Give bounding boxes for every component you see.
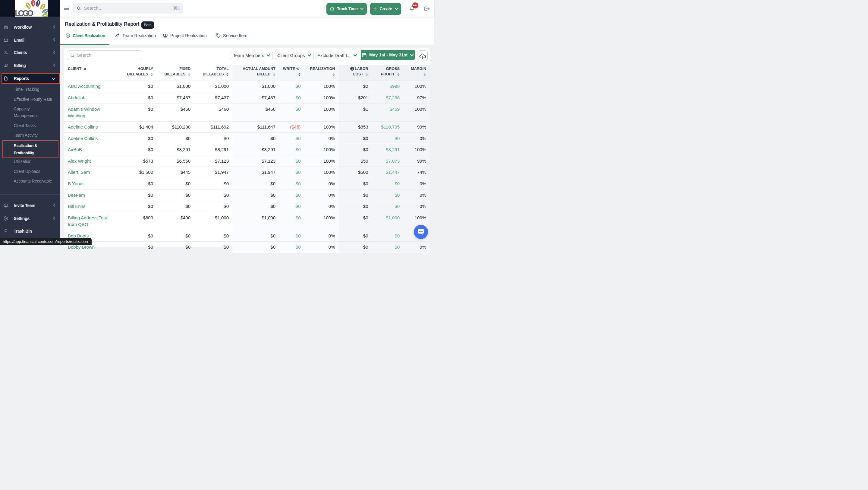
- svg-text:i: i: [352, 67, 353, 70]
- svg-text:LOGO: LOGO: [15, 9, 33, 17]
